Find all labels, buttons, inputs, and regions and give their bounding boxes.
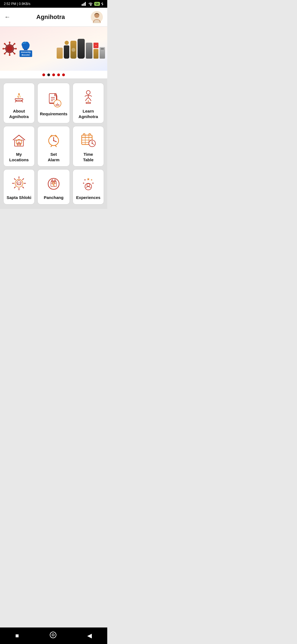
svg-point-74 bbox=[51, 180, 53, 182]
experiences-label: Experiences bbox=[76, 195, 100, 200]
dot-2[interactable] bbox=[52, 73, 55, 76]
svg-marker-80 bbox=[87, 178, 90, 180]
battery-level: 58 bbox=[94, 2, 100, 6]
svg-rect-26 bbox=[16, 100, 22, 101]
page-title: Agnihotra bbox=[36, 13, 65, 21]
requirements-card[interactable]: Requirements bbox=[37, 83, 70, 123]
svg-line-64 bbox=[23, 179, 24, 180]
svg-point-10 bbox=[9, 42, 10, 43]
header: ← Agnihotra bbox=[0, 8, 107, 27]
grid-section: AboutAgnihotra bbox=[0, 78, 107, 209]
svg-point-16 bbox=[15, 48, 17, 50]
charging-icon bbox=[101, 2, 103, 6]
avatar[interactable] bbox=[91, 11, 103, 23]
svg-line-45 bbox=[51, 146, 52, 147]
my-locations-card[interactable]: MyLocations bbox=[3, 126, 35, 167]
about-icon bbox=[10, 88, 28, 106]
svg-rect-36 bbox=[86, 102, 90, 103]
set-alarm-label: SetAlarm bbox=[48, 152, 60, 162]
about-label: AboutAgnihotra bbox=[9, 108, 29, 119]
status-bar: 2:52 PM | 0.9KB/s 58 bbox=[0, 0, 107, 8]
banner-products: ● bbox=[34, 39, 105, 59]
svg-point-75 bbox=[54, 180, 56, 182]
requirements-label: Requirements bbox=[40, 111, 67, 117]
sapta-shloki-label: Sapta Shloki bbox=[7, 195, 31, 200]
svg-point-71 bbox=[48, 178, 59, 189]
svg-marker-83 bbox=[84, 179, 86, 181]
panchang-card[interactable]: Panchang bbox=[37, 169, 70, 204]
svg-point-14 bbox=[2, 48, 4, 50]
svg-line-46 bbox=[55, 146, 56, 147]
virus-icon bbox=[2, 41, 17, 56]
dot-4[interactable] bbox=[62, 73, 65, 76]
svg-point-24 bbox=[14, 53, 15, 54]
panchang-label: Panchang bbox=[44, 195, 64, 200]
svg-text:SHLOKI: SHLOKI bbox=[16, 184, 21, 185]
svg-point-8 bbox=[7, 46, 12, 51]
svg-rect-40 bbox=[18, 143, 20, 144]
svg-point-44 bbox=[53, 140, 54, 141]
svg-marker-81 bbox=[83, 182, 85, 184]
svg-rect-38 bbox=[18, 143, 20, 146]
svg-line-66 bbox=[23, 187, 24, 188]
svg-line-23 bbox=[13, 52, 14, 53]
svg-point-53 bbox=[83, 133, 85, 135]
banner-image: ImmunityBooster ● bbox=[0, 27, 107, 71]
sapta-shloki-icon: SAPTA SHLOKI bbox=[10, 174, 28, 192]
svg-line-63 bbox=[14, 179, 15, 180]
back-button[interactable]: ← bbox=[4, 13, 10, 21]
svg-rect-2 bbox=[84, 3, 85, 6]
status-time-network: 2:52 PM | 0.9KB/s bbox=[4, 2, 31, 6]
svg-marker-82 bbox=[92, 182, 94, 184]
svg-line-21 bbox=[5, 52, 7, 53]
panchang-icon bbox=[45, 174, 62, 192]
svg-line-19 bbox=[13, 44, 14, 46]
dot-1[interactable] bbox=[47, 73, 50, 76]
svg-point-54 bbox=[89, 133, 90, 135]
svg-point-35 bbox=[86, 91, 90, 94]
boxing-glove-icon bbox=[21, 40, 31, 50]
my-locations-label: MyLocations bbox=[9, 152, 29, 162]
set-alarm-icon bbox=[45, 131, 62, 149]
time-table-card[interactable]: TimeTable bbox=[73, 126, 104, 167]
svg-point-79 bbox=[87, 184, 90, 186]
sapta-shloki-card[interactable]: SAPTA SHLOKI Sapta Shloki bbox=[3, 169, 35, 204]
experiences-icon bbox=[79, 174, 97, 192]
requirements-icon bbox=[45, 91, 62, 108]
learn-label: LearnAgnihotra bbox=[79, 108, 98, 119]
banner-container: ImmunityBooster ● bbox=[0, 27, 107, 78]
svg-point-18 bbox=[4, 43, 6, 45]
svg-point-58 bbox=[92, 143, 93, 144]
banner-dots bbox=[0, 71, 107, 78]
time-table-label: TimeTable bbox=[83, 152, 94, 162]
learn-icon bbox=[79, 88, 97, 106]
dot-3[interactable] bbox=[57, 73, 60, 76]
experiences-card[interactable]: Experiences bbox=[73, 169, 104, 204]
signal-icon bbox=[82, 2, 87, 6]
wifi-icon bbox=[88, 2, 93, 6]
svg-point-12 bbox=[9, 54, 10, 56]
menu-grid: AboutAgnihotra bbox=[3, 83, 104, 204]
status-indicators: 58 bbox=[82, 2, 103, 6]
svg-marker-4 bbox=[101, 2, 103, 6]
svg-rect-1 bbox=[83, 4, 84, 6]
learn-agnihotra-card[interactable]: LearnAgnihotra bbox=[73, 83, 104, 123]
svg-point-22 bbox=[4, 53, 6, 54]
my-locations-icon bbox=[10, 131, 28, 149]
time-table-icon bbox=[79, 131, 97, 149]
svg-rect-3 bbox=[85, 2, 86, 6]
svg-point-20 bbox=[14, 43, 15, 45]
dot-0[interactable] bbox=[42, 73, 45, 76]
svg-line-17 bbox=[5, 44, 7, 46]
about-agnihotra-card[interactable]: AboutAgnihotra bbox=[3, 83, 35, 123]
svg-rect-0 bbox=[82, 4, 82, 6]
svg-marker-84 bbox=[91, 179, 93, 181]
svg-line-65 bbox=[14, 187, 15, 188]
set-alarm-card[interactable]: SetAlarm bbox=[37, 126, 70, 167]
immunity-label: ImmunityBooster bbox=[20, 50, 32, 57]
